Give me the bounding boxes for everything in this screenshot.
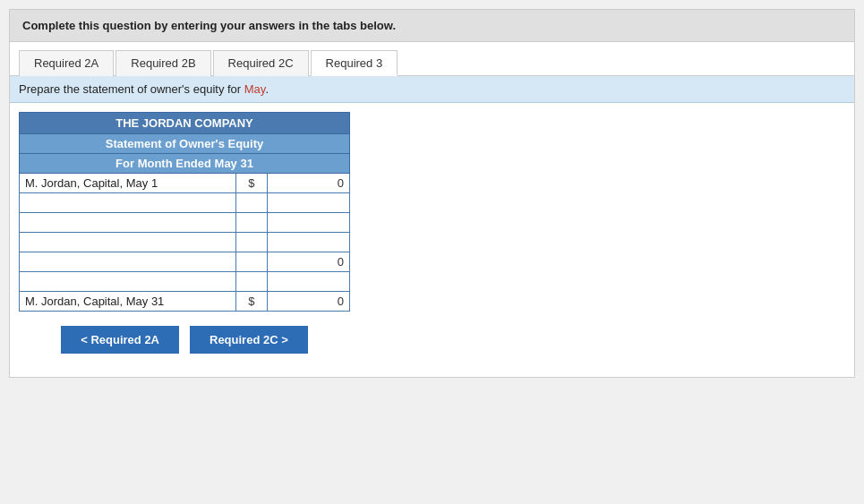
row3-dollar-input[interactable] — [242, 216, 261, 229]
value-cell: 0 — [267, 174, 349, 193]
tab-required-2c[interactable]: Required 2C — [213, 50, 309, 76]
highlight-may: May — [244, 82, 266, 96]
table-row — [20, 213, 350, 233]
prev-button-label: < Required 2A — [81, 333, 159, 346]
label-cell-input[interactable] — [20, 272, 236, 292]
label-cell: M. Jordan, Capital, May 1 — [20, 174, 236, 193]
next-button[interactable]: Required 2C > — [190, 326, 308, 354]
label-cell-input[interactable] — [20, 193, 236, 213]
row2-label-input[interactable] — [25, 196, 230, 209]
tab-required-3[interactable]: Required 3 — [311, 50, 398, 76]
label-cell-input[interactable] — [20, 213, 236, 233]
period-cell: For Month Ended May 31 — [20, 154, 350, 174]
row4-dollar-input[interactable] — [242, 235, 261, 249]
dollar-cell-input[interactable] — [236, 233, 268, 252]
table-row: M. Jordan, Capital, May 31 $ 0 — [20, 292, 350, 312]
table-row — [20, 233, 350, 252]
value-cell-input[interactable] — [267, 193, 349, 213]
nav-buttons: < Required 2A Required 2C > — [19, 312, 350, 368]
row6-value-input[interactable] — [273, 275, 344, 288]
page-wrapper: Complete this question by entering your … — [0, 0, 864, 504]
value-cell-input[interactable] — [267, 233, 349, 252]
subtotal-value: 0 — [267, 252, 349, 272]
company-name-cell: THE JORDAN COMPANY — [20, 113, 350, 134]
prev-button[interactable]: < Required 2A — [61, 326, 179, 354]
dollar-cell-input[interactable] — [236, 272, 268, 292]
table-row — [20, 193, 350, 213]
period-row: For Month Ended May 31 — [20, 154, 350, 174]
label-cell: M. Jordan, Capital, May 31 — [20, 292, 236, 312]
next-button-label: Required 2C > — [210, 333, 288, 346]
equity-table: THE JORDAN COMPANY Statement of Owner's … — [19, 112, 350, 312]
row2-dollar-input[interactable] — [242, 196, 261, 209]
row3-label-input[interactable] — [25, 216, 230, 229]
table-section: THE JORDAN COMPANY Statement of Owner's … — [10, 103, 854, 377]
instruction-bar: Complete this question by entering your … — [9, 9, 855, 42]
value-cell-input[interactable] — [267, 272, 349, 292]
tab-required-2b[interactable]: Required 2B — [115, 50, 210, 76]
tab-required-2a[interactable]: Required 2A — [19, 50, 114, 76]
statement-title-row: Statement of Owner's Equity — [20, 134, 350, 154]
row2-value-input[interactable] — [273, 196, 344, 209]
tabs-container: Required 2A Required 2B Required 2C Requ… — [9, 42, 855, 76]
subtotal-label — [20, 252, 236, 272]
company-name-row: THE JORDAN COMPANY — [20, 113, 350, 134]
value-cell: 0 — [267, 292, 349, 312]
table-row: M. Jordan, Capital, May 1 $ 0 — [20, 174, 350, 193]
table-row — [20, 272, 350, 292]
dollar-cell-input[interactable] — [236, 193, 268, 213]
instruction-text: Complete this question by entering your … — [22, 19, 396, 32]
subtotal-row: 0 — [20, 252, 350, 272]
blue-instruction: Prepare the statement of owner's equity … — [10, 76, 854, 103]
row3-value-input[interactable] — [273, 216, 344, 229]
subtotal-dollar — [236, 252, 268, 272]
dollar-cell-input[interactable] — [236, 213, 268, 233]
dollar-cell: $ — [236, 292, 268, 312]
content-area: Prepare the statement of owner's equity … — [9, 76, 855, 378]
value-cell-input[interactable] — [267, 213, 349, 233]
row6-dollar-input[interactable] — [242, 275, 261, 288]
row4-value-input[interactable] — [273, 235, 344, 249]
row4-label-input[interactable] — [25, 235, 230, 249]
statement-title-cell: Statement of Owner's Equity — [20, 134, 350, 154]
dollar-cell: $ — [236, 174, 268, 193]
label-cell-input[interactable] — [20, 233, 236, 252]
row6-label-input[interactable] — [25, 275, 230, 288]
